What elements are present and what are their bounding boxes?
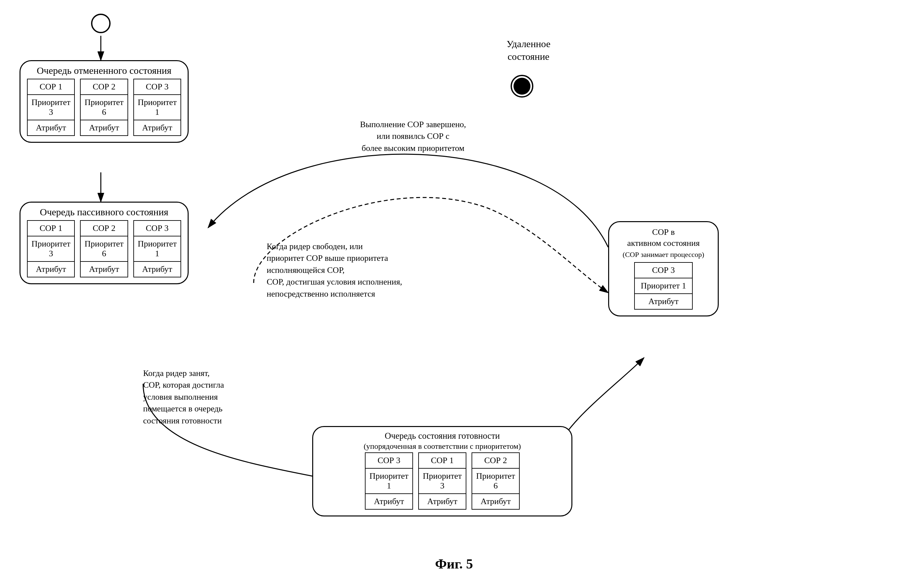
queue-ready-cards: СОР 3 Приоритет 1 Атрибут СОР 1 Приорите… <box>313 453 572 516</box>
list-item: СОР 1 Приоритет 3 Атрибут <box>418 453 466 510</box>
active-state-label: СОР вактивном состояния(СОР занимает про… <box>609 222 718 262</box>
list-item: СОР 3 Приоритет 1 Атрибут <box>365 453 413 510</box>
start-state <box>91 14 111 33</box>
list-item: СОР 3 Приоритет 1 Атрибут <box>634 262 693 309</box>
diagram: Удаленное состояние Очередь отмененного … <box>0 0 908 588</box>
active-state-card: СОР 3 Приоритет 1 Атрибут <box>609 262 718 316</box>
arrow-label-rider-busy: Когда ридер занят,СОР, которая достиглау… <box>143 367 286 427</box>
queue-ready: Очередь состояния готовности(упорядоченн… <box>312 426 572 516</box>
queue-passive-cards: СОР 1 Приоритет 3 Атрибут СОР 2 Приорите… <box>21 220 188 283</box>
list-item: СОР 2 Приоритет 6 Атрибут <box>80 79 128 136</box>
list-item: СОР 1 Приоритет 3 Атрибут <box>27 220 75 277</box>
queue-ready-label: Очередь состояния готовности(упорядоченн… <box>313 427 572 453</box>
end-state <box>510 75 533 98</box>
arrow-label-completed: Выполнение СОР завершено,или появилсь СО… <box>332 119 494 154</box>
queue-passive-label: Очередь пассивного состояния <box>21 203 188 220</box>
end-state-label: Удаленное состояние <box>488 37 569 63</box>
list-item: СОР 3 Приоритет 1 Атрибут <box>133 220 181 277</box>
queue-cancelled-label: Очередь отмененного состояния <box>21 61 188 79</box>
list-item: СОР 2 Приоритет 6 Атрибут <box>472 453 520 510</box>
queue-passive: Очередь пассивного состояния СОР 1 Приор… <box>19 201 188 284</box>
figure-caption: Фиг. 5 <box>0 556 908 572</box>
arrow-label-rider-free: Когда ридер свободен, илиприоритет СОР в… <box>267 241 449 300</box>
list-item: СОР 1 Приоритет 3 Атрибут <box>27 79 75 136</box>
list-item: СОР 3 Приоритет 1 Атрибут <box>133 79 181 136</box>
queue-cancelled-cards: СОР 1 Приоритет 3 Атрибут СОР 2 Приорите… <box>21 79 188 142</box>
queue-cancelled: Очередь отмененного состояния СОР 1 Прио… <box>19 60 188 143</box>
end-state-inner <box>514 78 530 95</box>
active-state: СОР вактивном состояния(СОР занимает про… <box>608 221 719 316</box>
list-item: СОР 2 Приоритет 6 Атрибут <box>80 220 128 277</box>
